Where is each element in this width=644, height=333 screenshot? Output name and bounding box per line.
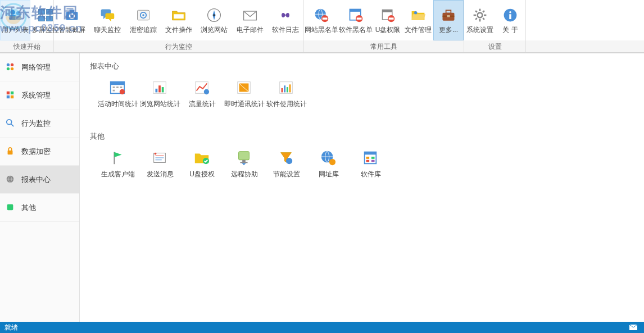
sidebar-other[interactable]: 其他: [0, 194, 79, 222]
mail-icon: [241, 6, 259, 24]
ribbon-item-label: 关 于: [502, 25, 518, 35]
file-operation-button[interactable]: 文件操作: [161, 0, 196, 40]
infinity-icon: [276, 6, 294, 24]
generate-client[interactable]: 生成客户端: [97, 146, 139, 183]
section-title: 其他: [80, 124, 644, 146]
software-library[interactable]: 软件库: [350, 146, 392, 183]
ribbon-item-label: 文件操作: [165, 25, 192, 35]
leak-trace-button[interactable]: 泄密追踪: [125, 0, 161, 40]
im-stats[interactable]: 即时通讯统计: [223, 76, 265, 112]
svg-rect-35: [446, 10, 451, 13]
svg-point-88: [154, 153, 156, 155]
users-icon: [6, 6, 24, 24]
webblock-icon: [312, 6, 330, 24]
svg-rect-49: [509, 14, 511, 19]
website-blacklist-button[interactable]: 网站黑名单: [304, 0, 338, 40]
sidebar-network[interactable]: 网络管理: [0, 53, 79, 81]
svg-point-51: [11, 63, 13, 66]
svg-rect-64: [110, 82, 124, 85]
svg-rect-101: [371, 160, 374, 162]
svg-point-3: [16, 11, 20, 15]
svg-line-45: [475, 18, 477, 20]
chat-monitor-button[interactable]: 聊天监控: [89, 0, 125, 40]
file-manage-button[interactable]: 文件管理: [403, 0, 433, 40]
appblock-icon: [347, 6, 365, 24]
remote-assist[interactable]: 远程协助: [223, 146, 265, 183]
sidebar-system[interactable]: 系统管理: [0, 81, 79, 110]
compass-icon: [205, 6, 223, 24]
user-list-button[interactable]: 用户列表: [0, 0, 30, 40]
eye-icon: [134, 6, 152, 24]
svg-rect-80: [284, 85, 285, 92]
system-settings-button[interactable]: 系统设置: [464, 0, 495, 40]
activity-time-stats[interactable]: 活动时间统计: [97, 76, 139, 112]
sidebar-behavior[interactable]: 行为监控: [0, 110, 79, 138]
grid-item-label: 浏览网站统计: [140, 99, 180, 109]
svg-rect-98: [366, 157, 369, 159]
svg-rect-65: [112, 86, 115, 88]
svg-point-58: [7, 119, 12, 124]
svg-rect-97: [364, 152, 376, 155]
sidebar-encrypt[interactable]: 数据加密: [0, 138, 79, 166]
globelink-icon: [320, 149, 338, 167]
gear-icon: [471, 6, 489, 24]
ribbon-item-label: 用户列表: [2, 25, 29, 35]
svg-point-48: [509, 11, 511, 13]
usb-permission-button[interactable]: U盘权限: [373, 0, 403, 40]
svg-rect-24: [322, 17, 327, 20]
smart-capture-button[interactable]: 智能截屏: [54, 0, 89, 40]
multiscreen-icon: [37, 6, 55, 24]
sidebar-reports[interactable]: 报表中心: [0, 166, 79, 194]
svg-rect-67: [120, 86, 122, 88]
svg-point-75: [203, 89, 208, 94]
svg-rect-60: [8, 150, 13, 154]
url-library[interactable]: 网址库: [307, 146, 350, 183]
ribbon-item-label: 文件管理: [405, 25, 432, 35]
magnify-icon: [6, 118, 16, 129]
send-message[interactable]: 发送消息: [139, 146, 181, 183]
more-button[interactable]: 更多...: [433, 0, 464, 40]
svg-line-43: [475, 11, 477, 12]
software-log-button[interactable]: 软件日志: [268, 0, 303, 40]
grid-item-label: 软件库: [361, 170, 381, 179]
briefcase-icon: [439, 6, 457, 24]
grid-item-label: 活动时间统计: [98, 99, 138, 109]
svg-rect-82: [289, 84, 291, 92]
svg-point-1: [10, 10, 15, 15]
svg-rect-7: [39, 16, 45, 21]
status-text: 就绪: [4, 323, 18, 332]
ribbon-group-label: 设置: [464, 40, 526, 52]
green-icon: [6, 203, 16, 213]
software-blacklist-button[interactable]: 软件黑名单: [338, 0, 373, 40]
memo-icon: [151, 149, 169, 167]
svg-rect-10: [69, 10, 74, 12]
about-button[interactable]: 关 于: [495, 0, 525, 40]
ribbon: 用户列表多屏监控智能截屏聊天监控泄密追踪文件操作浏览网站电子邮件软件日志网站黑名…: [0, 0, 644, 53]
grid-item-label: 网址库: [319, 170, 339, 179]
email-button[interactable]: 电子邮件: [232, 0, 267, 40]
software-usage-stats[interactable]: 软件使用统计: [265, 76, 307, 112]
svg-rect-14: [106, 13, 115, 19]
folderopen-icon: [409, 6, 427, 24]
grid-item-label: 节能设置: [273, 170, 300, 179]
browse-website-button[interactable]: 浏览网站: [197, 0, 232, 40]
svg-rect-55: [11, 91, 13, 94]
svg-rect-81: [286, 87, 288, 92]
svg-point-38: [477, 12, 482, 17]
status-mail-icon[interactable]: [629, 325, 640, 330]
bars-icon: [278, 79, 296, 97]
ribbon-item-label: 更多...: [439, 25, 458, 35]
svg-rect-56: [7, 95, 10, 98]
usb-authorize[interactable]: U盘授权: [181, 146, 223, 183]
sidebar-item-label: 其他: [21, 203, 36, 213]
ribbon-item-label: 泄密追踪: [130, 25, 157, 35]
svg-point-53: [11, 67, 13, 70]
globe-icon: [6, 175, 16, 185]
traffic-stats[interactable]: 流量统计: [181, 76, 223, 112]
svg-rect-2: [10, 15, 16, 20]
flag-icon: [109, 149, 127, 167]
energy-settings[interactable]: 节能设置: [265, 146, 307, 183]
svg-rect-91: [242, 160, 246, 162]
svg-rect-30: [382, 10, 392, 12]
browse-website-stats[interactable]: 浏览网站统计: [139, 76, 181, 112]
